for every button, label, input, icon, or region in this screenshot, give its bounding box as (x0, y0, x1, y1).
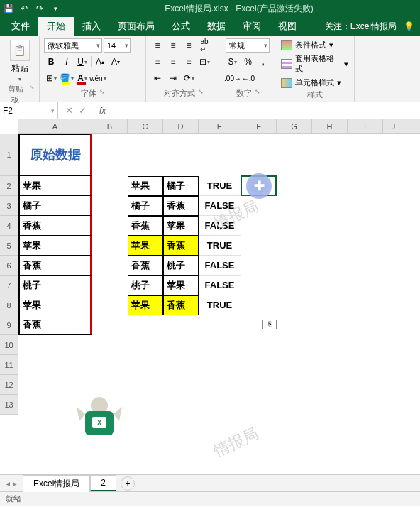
tab-data[interactable]: 数据 (199, 17, 234, 36)
cell-C8[interactable]: 苹果 (128, 295, 163, 315)
col-header-E[interactable]: E (199, 119, 241, 133)
cell-E8[interactable]: TRUE (199, 295, 241, 315)
fill-color-button[interactable]: 🪣▾ (60, 71, 74, 85)
name-box[interactable]: F2 (0, 102, 58, 119)
merge-button[interactable]: ⊟▾ (197, 55, 211, 69)
row-header-11[interactable]: 11 (0, 355, 18, 375)
cell-A1[interactable]: 原始数据 (18, 134, 92, 176)
cell-C5[interactable]: 苹果 (128, 236, 163, 256)
cell-E7[interactable]: FALSE (199, 276, 241, 295)
decrease-indent-button[interactable]: ⇤ (150, 71, 165, 85)
column-headers[interactable]: ABCDEFGHIJ (18, 119, 420, 134)
worksheet-grid[interactable]: ABCDEFGHIJ 12345678910111213 原始数据苹果橘子香蕉苹… (0, 119, 420, 474)
cell-A9[interactable]: 香蕉 (18, 315, 92, 335)
border-button[interactable]: ⊞▾ (44, 71, 58, 85)
save-icon[interactable]: 💾 (3, 3, 14, 14)
row-header-12[interactable]: 12 (0, 375, 18, 395)
cell-D7[interactable]: 苹果 (163, 276, 199, 295)
cell-styles-button[interactable]: 单元格样式▾ (280, 76, 350, 89)
col-header-I[interactable]: I (348, 119, 383, 133)
tab-nav-last-icon[interactable]: ▸ (13, 479, 17, 489)
row-header-13[interactable]: 13 (0, 395, 18, 415)
qat-dropdown-icon[interactable]: ▾ (50, 3, 61, 14)
font-color-button[interactable]: A▾ (75, 71, 89, 85)
wrap-text-button[interactable]: ab↵ (197, 38, 211, 53)
decrease-font-button[interactable]: A▾ (109, 55, 123, 69)
number-format-combo[interactable]: 常规 (226, 38, 270, 53)
cell-D5[interactable]: 香蕉 (163, 236, 199, 256)
cell-D6[interactable]: 桃子 (163, 256, 199, 276)
row-header-1[interactable]: 1 (0, 134, 18, 176)
cell-A3[interactable]: 橘子 (18, 196, 92, 216)
smart-tag-icon[interactable]: ⎘ (262, 320, 277, 329)
tab-review[interactable]: 审阅 (234, 17, 270, 36)
cell-E2[interactable]: TRUE (199, 176, 241, 196)
underline-button[interactable]: U▾ (75, 55, 89, 69)
col-header-G[interactable]: G (277, 119, 312, 133)
redo-icon[interactable]: ↷ (34, 3, 45, 14)
align-middle-button[interactable]: ≡ (166, 38, 180, 53)
cell-C4[interactable]: 香蕉 (128, 216, 163, 236)
cell-E5[interactable]: TRUE (199, 236, 241, 256)
cell-E6[interactable]: FALSE (199, 256, 241, 276)
dialog-launcher-icon[interactable]: ⤡ (255, 88, 260, 99)
col-header-J[interactable]: J (383, 119, 404, 133)
orientation-button[interactable]: ⟳▾ (182, 71, 196, 85)
row-header-8[interactable]: 8 (0, 295, 18, 315)
align-center-button[interactable]: ≡ (166, 55, 180, 69)
decrease-decimal-button[interactable]: ←.0 (241, 71, 255, 85)
sheet-tab-2[interactable]: 2 (90, 475, 116, 491)
cell-D2[interactable]: 橘子 (163, 176, 199, 196)
follow-link[interactable]: 关注：Excel情报局 (325, 21, 397, 33)
dialog-launcher-icon[interactable]: ⤡ (198, 88, 204, 99)
col-header-F[interactable]: F (241, 119, 277, 133)
col-header-H[interactable]: H (312, 119, 348, 133)
cell-D3[interactable]: 香蕉 (163, 196, 199, 216)
bold-button[interactable]: B (44, 55, 58, 69)
paste-button[interactable]: 📋 粘贴 ▾ (4, 38, 35, 84)
cell-A4[interactable]: 香蕉 (18, 216, 92, 236)
tab-formula[interactable]: 公式 (163, 17, 199, 36)
col-header-D[interactable]: D (163, 119, 199, 133)
conditional-format-button[interactable]: 条件格式▾ (280, 38, 350, 52)
col-header-A[interactable]: A (18, 119, 92, 133)
table-format-button[interactable]: 套用表格格式▾ (280, 52, 350, 76)
tab-layout[interactable]: 页面布局 (109, 17, 163, 36)
align-right-button[interactable]: ≡ (182, 55, 196, 69)
enter-icon[interactable]: ✓ (79, 105, 87, 116)
row-headers[interactable]: 12345678910111213 (0, 134, 18, 415)
add-sheet-button[interactable]: + (121, 476, 135, 491)
font-name-combo[interactable]: 微软雅黑 (44, 38, 102, 53)
tab-file[interactable]: 文件 (3, 17, 38, 36)
fx-icon[interactable]: fx (94, 106, 111, 116)
cell-C2[interactable]: 苹果 (128, 176, 163, 196)
phonetic-button[interactable]: wén▾ (91, 71, 105, 85)
cell-D4[interactable]: 苹果 (163, 216, 199, 236)
increase-decimal-button[interactable]: .00→ (226, 71, 240, 85)
row-header-2[interactable]: 2 (0, 176, 18, 196)
cell-C7[interactable]: 桃子 (128, 276, 163, 295)
row-header-7[interactable]: 7 (0, 276, 18, 295)
undo-icon[interactable]: ↶ (18, 3, 30, 14)
sheet-tab-1[interactable]: Excel情报局 (23, 475, 90, 492)
row-header-10[interactable]: 10 (0, 335, 18, 355)
row-header-4[interactable]: 4 (0, 216, 18, 236)
cancel-icon[interactable]: ✕ (65, 105, 73, 116)
col-header-C[interactable]: C (128, 119, 163, 133)
align-left-button[interactable]: ≡ (150, 55, 165, 69)
tab-view[interactable]: 视图 (270, 17, 305, 36)
tab-home[interactable]: 开始 (38, 17, 74, 36)
increase-font-button[interactable]: A▴ (93, 55, 107, 69)
cell-E4[interactable]: FALSE (199, 216, 241, 236)
percent-button[interactable]: % (241, 55, 255, 69)
dialog-launcher-icon[interactable]: ⤡ (99, 88, 105, 99)
cell-E3[interactable]: FALSE (199, 196, 241, 216)
align-bottom-button[interactable]: ≡ (182, 38, 196, 53)
comma-button[interactable]: , (256, 55, 270, 69)
row-header-5[interactable]: 5 (0, 236, 18, 256)
align-top-button[interactable]: ≡ (150, 38, 165, 53)
help-icon[interactable]: 💡 (404, 21, 414, 31)
tab-nav-first-icon[interactable]: ◂ (6, 479, 10, 489)
currency-button[interactable]: $▾ (226, 55, 240, 69)
font-size-combo[interactable]: 14 (104, 38, 131, 53)
